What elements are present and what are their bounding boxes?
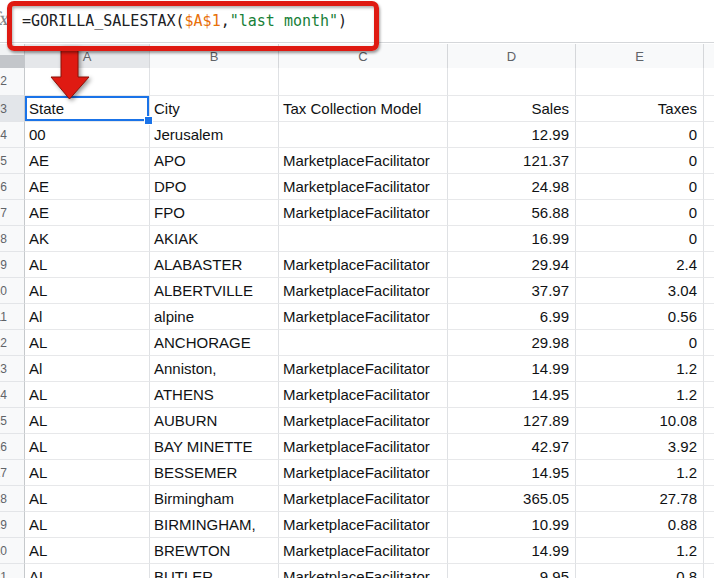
cell-D5[interactable]: 121.37 [448,148,576,174]
cell-A6[interactable]: AE [25,174,150,200]
cell-D16[interactable]: 42.97 [448,434,576,460]
cell-C9[interactable]: MarketplaceFacilitator [279,252,448,278]
cell-E8[interactable]: 0 [576,226,704,252]
cell-B6[interactable]: DPO [150,174,279,200]
row-header-7[interactable]: 7 [0,200,25,226]
cell-E13[interactable]: 1.2 [576,356,704,382]
cell-B14[interactable]: ATHENS [150,382,279,408]
cell-C17[interactable]: MarketplaceFacilitator [279,460,448,486]
cell-C18[interactable]: MarketplaceFacilitator [279,486,448,512]
cell-D6[interactable]: 24.98 [448,174,576,200]
cell-B15[interactable]: AUBURN [150,408,279,434]
row-header-13[interactable]: 13 [0,356,25,382]
cell-E19[interactable]: 0.88 [576,512,704,538]
cell-B3[interactable]: City [150,96,279,122]
cell-E20[interactable]: 1.2 [576,538,704,564]
cell-A19[interactable]: AL [25,512,150,538]
row-header-6[interactable]: 6 [0,174,25,200]
cell-C7[interactable]: MarketplaceFacilitator [279,200,448,226]
cell-A13[interactable]: Al [25,356,150,382]
row-header-4[interactable]: 4 [0,122,25,148]
cell-C4[interactable] [279,122,448,148]
cell-A14[interactable]: AL [25,382,150,408]
cell-C19[interactable]: MarketplaceFacilitator [279,512,448,538]
cell-B7[interactable]: FPO [150,200,279,226]
cell-A12[interactable]: AL [25,330,150,356]
cell-D14[interactable]: 14.95 [448,382,576,408]
cell-C14[interactable]: MarketplaceFacilitator [279,382,448,408]
cell-C2[interactable] [279,68,448,96]
fill-handle[interactable] [144,116,153,125]
cell-B4[interactable]: Jerusalem [150,122,279,148]
row-header-9[interactable]: 9 [0,252,25,278]
cell-D2[interactable] [448,68,576,96]
cell-E6[interactable]: 0 [576,174,704,200]
cell-A4[interactable]: 00 [25,122,150,148]
cell-B16[interactable]: BAY MINETTE [150,434,279,460]
cell-E17[interactable]: 1.2 [576,460,704,486]
cell-B5[interactable]: APO [150,148,279,174]
cell-A21[interactable]: AL [25,564,150,578]
cell-A15[interactable]: AL [25,408,150,434]
cell-D21[interactable]: 9.95 [448,564,576,578]
row-header-2[interactable]: 2 [0,68,25,96]
cell-C6[interactable]: MarketplaceFacilitator [279,174,448,200]
cell-C8[interactable] [279,226,448,252]
cell-C3[interactable]: Tax Collection Model [279,96,448,122]
cell-A17[interactable]: AL [25,460,150,486]
cell-C11[interactable]: MarketplaceFacilitator [279,304,448,330]
cell-D18[interactable]: 365.05 [448,486,576,512]
cell-D4[interactable]: 12.99 [448,122,576,148]
cell-B11[interactable]: alpine [150,304,279,330]
cell-D13[interactable]: 14.99 [448,356,576,382]
row-header-15[interactable]: 15 [0,408,25,434]
row-header-10[interactable]: 10 [0,278,25,304]
cell-E14[interactable]: 1.2 [576,382,704,408]
cell-D20[interactable]: 14.99 [448,538,576,564]
cell-A18[interactable]: AL [25,486,150,512]
cell-C12[interactable] [279,330,448,356]
row-header-3[interactable]: 3 [0,96,25,122]
cell-E7[interactable]: 0 [576,200,704,226]
column-header-D[interactable]: D [448,44,576,68]
cell-E2[interactable] [576,68,704,96]
cell-C20[interactable]: MarketplaceFacilitator [279,538,448,564]
cell-B8[interactable]: AKIAK [150,226,279,252]
cell-D10[interactable]: 37.97 [448,278,576,304]
cell-B12[interactable]: ANCHORAGE [150,330,279,356]
row-header-8[interactable]: 8 [0,226,25,252]
cell-D8[interactable]: 16.99 [448,226,576,252]
cell-C15[interactable]: MarketplaceFacilitator [279,408,448,434]
cell-E12[interactable]: 0 [576,330,704,356]
cell-E16[interactable]: 3.92 [576,434,704,460]
cell-D12[interactable]: 29.98 [448,330,576,356]
row-header-19[interactable]: 19 [0,512,25,538]
cell-B21[interactable]: BUTLER [150,564,279,578]
cell-D17[interactable]: 14.95 [448,460,576,486]
cell-E15[interactable]: 10.08 [576,408,704,434]
row-header-5[interactable]: 5 [0,148,25,174]
cell-E11[interactable]: 0.56 [576,304,704,330]
cell-A5[interactable]: AE [25,148,150,174]
cell-C13[interactable]: MarketplaceFacilitator [279,356,448,382]
cell-C21[interactable]: MarketplaceFacilitator [279,564,448,578]
cell-B13[interactable]: Anniston, [150,356,279,382]
cell-D11[interactable]: 6.99 [448,304,576,330]
cell-D9[interactable]: 29.94 [448,252,576,278]
row-header-16[interactable]: 16 [0,434,25,460]
cell-A8[interactable]: AK [25,226,150,252]
row-header-20[interactable]: 20 [0,538,25,564]
cell-E21[interactable]: 0.8 [576,564,704,578]
cell-B19[interactable]: BIRMINGHAM, [150,512,279,538]
cell-C5[interactable]: MarketplaceFacilitator [279,148,448,174]
cell-D7[interactable]: 56.88 [448,200,576,226]
cell-E10[interactable]: 3.04 [576,278,704,304]
cell-C10[interactable]: MarketplaceFacilitator [279,278,448,304]
row-header-18[interactable]: 18 [0,486,25,512]
cell-A7[interactable]: AE [25,200,150,226]
cell-E3[interactable]: Taxes [576,96,704,122]
row-header-12[interactable]: 12 [0,330,25,356]
cell-B18[interactable]: Birmingham [150,486,279,512]
cell-B20[interactable]: BREWTON [150,538,279,564]
cell-B10[interactable]: ALBERTVILLE [150,278,279,304]
